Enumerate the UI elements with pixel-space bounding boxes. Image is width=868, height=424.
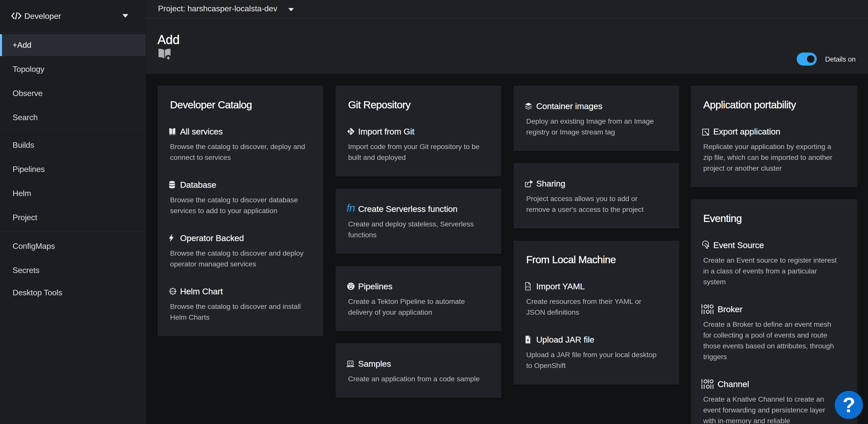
svg-text:HELM: HELM [170,290,175,292]
